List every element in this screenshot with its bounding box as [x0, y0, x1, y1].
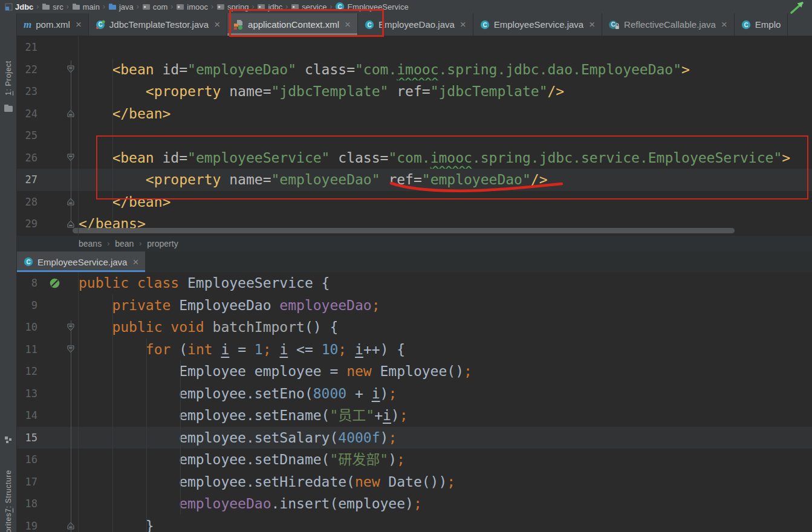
code-text[interactable]: public void batchImport() { — [79, 316, 812, 339]
breadcrumb-item-imooc[interactable]: imooc — [175, 2, 209, 11]
gutter[interactable] — [40, 360, 79, 383]
code-text[interactable]: <bean id="employeeDao" class="com.imooc.… — [79, 59, 812, 81]
tab-applicationcontext-xml[interactable]: applicationContext.xml× — [227, 13, 358, 36]
close-tab-icon[interactable]: × — [589, 19, 595, 30]
package-icon — [216, 3, 225, 10]
svg-text:C: C — [98, 21, 102, 28]
code-text[interactable]: employee.setDname("研发部"); — [79, 449, 812, 471]
tab-employeeservice-java[interactable]: CEmployeeService.java× — [473, 13, 602, 36]
code-text[interactable] — [79, 125, 812, 147]
gutter[interactable] — [40, 404, 79, 427]
close-tab-icon[interactable]: × — [721, 19, 727, 30]
breadcrumb-item-spring[interactable]: spring — [215, 2, 250, 11]
gutter[interactable] — [40, 294, 79, 317]
close-tab-icon[interactable]: × — [345, 19, 351, 30]
tool-window-project[interactable]: 1: Project — [0, 24, 17, 96]
code-text[interactable]: } — [79, 515, 812, 532]
gutter[interactable] — [40, 272, 79, 294]
gutter[interactable] — [40, 147, 79, 169]
tab-employeedao-java[interactable]: CEmployeeDao.java× — [358, 13, 473, 36]
gutter[interactable] — [40, 383, 79, 405]
code-line: 12 Employee employee = new Employee(); — [17, 360, 812, 383]
gutter[interactable] — [40, 493, 79, 515]
code-text[interactable]: employee.setEno(8000 + i); — [79, 383, 812, 405]
left-tool-strip: 1: Project 7: Structure Favorites — [0, 13, 17, 532]
breadcrumb-label: java — [119, 2, 134, 11]
breadcrumb-item-service[interactable]: service — [290, 2, 328, 11]
code-text[interactable]: employee.setSalary(4000f); — [79, 427, 812, 449]
breadcrumb-item-java[interactable]: java — [107, 2, 135, 11]
breadcrumb-item-jdbc[interactable]: jdbc — [256, 2, 284, 11]
code-text[interactable]: employee.setHiredate(new Date()); — [79, 471, 812, 493]
gutter[interactable] — [40, 471, 79, 493]
tab-label: applicationContext.xml — [248, 19, 339, 30]
close-tab-icon[interactable]: × — [460, 19, 466, 30]
tool-window-structure[interactable]: 7: Structure — [0, 446, 17, 513]
class-icon: C — [24, 257, 33, 267]
xml-breadcrumb-item-property[interactable]: property — [147, 239, 178, 248]
horizontal-scrollbar[interactable] — [73, 228, 735, 233]
project-folder-icon[interactable] — [0, 104, 17, 112]
gutter[interactable] — [40, 427, 79, 449]
chevron-separator: › — [106, 239, 110, 248]
breadcrumb-item-src[interactable]: src — [41, 2, 64, 11]
tab-label: ReflectiveCallable.java — [624, 19, 716, 30]
code-text[interactable]: private EmployeeDao employeeDao; — [79, 294, 812, 317]
tab-pom-xml[interactable]: mpom.xml× — [17, 13, 89, 36]
tool-window-favorites-label: Favorites — [4, 510, 13, 532]
tab-emplo[interactable]: CEmplo — [735, 13, 788, 36]
line-number: 8 — [17, 272, 40, 294]
gutter[interactable] — [40, 213, 79, 235]
breadcrumb-item-jdbc[interactable]: Jdbc — [4, 2, 34, 11]
gutter[interactable] — [40, 125, 79, 147]
svg-text:C: C — [611, 21, 615, 28]
gutter[interactable] — [40, 80, 79, 103]
line-number: 12 — [17, 360, 40, 383]
xml-breadcrumb-item-bean[interactable]: bean — [115, 239, 134, 248]
tab-reflectivecallable-java[interactable]: CReflectiveCallable.java× — [602, 13, 735, 36]
code-text[interactable]: <property name="employeeDao" ref="employ… — [79, 169, 812, 191]
gutter[interactable] — [40, 169, 79, 191]
code-text[interactable]: public class EmployeeService { — [79, 272, 812, 294]
breadcrumb-item-main[interactable]: main — [71, 2, 101, 11]
package-icon — [257, 3, 265, 10]
svg-text:C: C — [744, 21, 748, 28]
code-line: 13 employee.setEno(8000 + i); — [17, 383, 812, 405]
chevron-separator: › — [329, 2, 333, 11]
gutter[interactable] — [40, 339, 79, 361]
code-text[interactable]: for (int i = 1; i <= 10; i++) { — [79, 339, 812, 361]
gutter[interactable] — [40, 103, 79, 125]
xml-breadcrumb-item-beans[interactable]: beans — [79, 239, 102, 248]
breadcrumb-label: imooc — [187, 2, 208, 11]
line-number: 29 — [17, 213, 40, 235]
tab-employeeservice-java[interactable]: CEmployeeService.java× — [17, 251, 146, 272]
tab-jdbctemplatetestor-java[interactable]: CJdbcTemplateTestor.java× — [89, 13, 227, 36]
close-tab-icon[interactable]: × — [214, 19, 220, 30]
code-text[interactable]: employeeDao.insert(employee); — [79, 493, 812, 515]
spring-bean-gutter[interactable] — [50, 278, 60, 288]
close-tab-icon[interactable]: × — [76, 19, 82, 30]
gutter[interactable] — [40, 59, 79, 81]
code-text[interactable]: <property name="jdbcTemplate" ref="jdbcT… — [79, 80, 812, 103]
gutter[interactable] — [40, 449, 79, 471]
code-text[interactable]: employee.setEname("员工"+i); — [79, 404, 812, 427]
gutter[interactable] — [40, 191, 79, 213]
chevron-separator: › — [138, 239, 142, 248]
code-text[interactable]: <bean id="employeeService" class="com.im… — [79, 147, 812, 169]
code-text[interactable]: Employee employee = new Employee(); — [79, 360, 812, 383]
code-text[interactable]: </bean> — [79, 191, 812, 213]
code-text[interactable] — [79, 36, 812, 59]
gutter[interactable] — [40, 515, 79, 532]
gutter[interactable] — [40, 36, 79, 59]
breadcrumb-label: spring — [227, 2, 248, 11]
structure-icon[interactable] — [0, 436, 17, 444]
gutter[interactable] — [40, 316, 79, 339]
breadcrumb-item-employeeservice[interactable]: CEmployeeService — [334, 2, 409, 11]
xml-breadcrumb: beans›bean›property — [17, 236, 812, 251]
tool-window-favorites[interactable]: Favorites — [0, 510, 17, 532]
breadcrumb-item-com[interactable]: com — [141, 2, 169, 11]
close-tab-icon[interactable]: × — [132, 257, 138, 267]
breadcrumb-label: src — [53, 2, 63, 11]
code-text[interactable]: </bean> — [79, 103, 812, 125]
line-number: 19 — [17, 515, 40, 532]
